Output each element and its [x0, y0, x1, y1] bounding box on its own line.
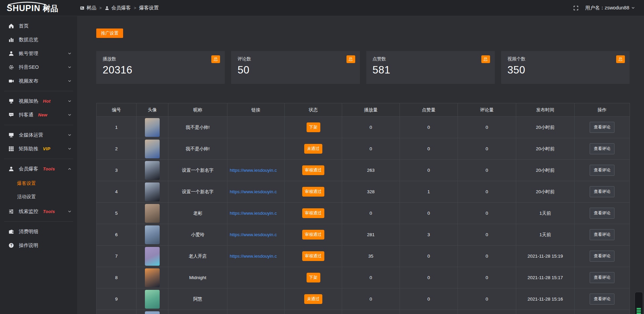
- cell-time: 20小时前: [516, 181, 575, 203]
- cell-id: 3: [97, 160, 137, 181]
- view-comments-button[interactable]: 查看评论: [590, 186, 614, 197]
- cell-nickname: 老彬: [168, 203, 227, 224]
- view-comments-button[interactable]: 查看评论: [590, 251, 614, 262]
- sidebar-item-tag: Hot: [43, 99, 51, 104]
- sidebar-item-label: 线索监控: [19, 208, 38, 215]
- cell-id: 1: [97, 117, 137, 138]
- svg-text:?: ?: [10, 244, 12, 247]
- sidebar-menu: 首页数据总览账号管理抖音SEO视频发布视频加热Hot抖客通New全媒体运营矩阵助…: [0, 19, 77, 252]
- fullscreen-icon[interactable]: [573, 5, 579, 11]
- table-row: 8Midnight下架0002021-11-28 15:17查看评论: [97, 267, 630, 289]
- avatar: [145, 311, 160, 314]
- video-link[interactable]: https://www.iesdouyin.c: [227, 168, 284, 173]
- chevron-down-icon: [67, 79, 72, 83]
- breadcrumb-item[interactable]: 树品: [80, 5, 96, 11]
- table-header-cell: 链接: [227, 103, 285, 117]
- cell-time: 2021-11-28 15:17: [516, 267, 575, 289]
- cell-comments: [458, 310, 516, 314]
- sidebar-item[interactable]: ?操作说明: [0, 239, 77, 252]
- view-comments-button[interactable]: 查看评论: [590, 229, 614, 240]
- brand-logo: SHUPIN 树品: [0, 0, 77, 16]
- sidebar-subitem[interactable]: 活动设置: [0, 190, 77, 203]
- status-badge: 审核通过: [302, 230, 324, 240]
- cell-likes: 0: [400, 267, 458, 289]
- total-badge: 总: [481, 55, 490, 63]
- stat-value: 20316: [103, 64, 218, 76]
- chevron-up-icon: [67, 167, 72, 171]
- cell-action: 查看评论: [575, 203, 630, 224]
- member-icon: [8, 166, 14, 172]
- cell-avatar: [137, 310, 168, 314]
- cell-status: [285, 310, 342, 314]
- cell-action: 查看评论: [575, 289, 630, 310]
- avatar: [145, 161, 160, 180]
- sidebar-item[interactable]: 视频发布: [0, 74, 77, 88]
- total-badge: 总: [211, 55, 220, 63]
- cell-id: 2: [97, 138, 137, 160]
- view-comments-button[interactable]: 查看评论: [590, 143, 614, 154]
- sidebar-item[interactable]: 抖音SEO: [0, 60, 77, 74]
- table-row-partial: [97, 310, 630, 314]
- sidebar-item[interactable]: 线索监控Tools: [0, 205, 77, 218]
- cell-nickname: 阿慧: [168, 289, 227, 310]
- view-comments-button[interactable]: 查看评论: [590, 272, 614, 283]
- sidebar-item-label: 矩阵助推: [19, 146, 38, 152]
- sidebar-item[interactable]: 会员爆客Tools: [0, 162, 77, 176]
- cell-plays: [342, 310, 400, 314]
- view-comments-button[interactable]: 查看评论: [590, 294, 614, 305]
- cell-action: 查看评论: [575, 160, 630, 181]
- breadcrumb-item[interactable]: 会员爆客: [105, 5, 131, 11]
- chevron-down-icon: [631, 6, 635, 10]
- video-link[interactable]: https://www.iesdouyin.c: [227, 254, 284, 259]
- stat-card-comments: 评论数 50 总: [231, 51, 360, 84]
- video-link[interactable]: https://www.iesdouyin.c: [227, 232, 284, 237]
- avatar: [145, 118, 160, 137]
- stat-card-videos: 视频个数 350 总: [501, 51, 630, 84]
- username-dropdown[interactable]: 用户名：zswodun88: [585, 5, 635, 11]
- chat-icon: [8, 112, 14, 118]
- cell-status: 审核通过: [285, 246, 342, 267]
- sidebar-item[interactable]: 账号管理: [0, 47, 77, 60]
- cell-status: 下架: [285, 117, 342, 138]
- video-icon: [8, 78, 14, 84]
- sidebar-item-label: 首页: [19, 23, 29, 29]
- sidebar-subitem[interactable]: 爆客设置: [0, 176, 77, 190]
- cell-action: 查看评论: [575, 181, 630, 203]
- sidebar-item[interactable]: 矩阵助推VIP: [0, 142, 77, 156]
- sidebar-item-label: 视频发布: [19, 78, 38, 84]
- sidebar-divider: [4, 125, 73, 125]
- status-badge: 审核通过: [302, 165, 324, 175]
- person-icon: [105, 6, 109, 10]
- sidebar-item[interactable]: 数据总览: [0, 33, 77, 47]
- breadcrumb-label: 树品: [87, 5, 96, 11]
- video-link[interactable]: https://www.iesdouyin.c: [227, 189, 284, 194]
- cell-avatar: [137, 224, 168, 246]
- cell-action: 查看评论: [575, 117, 630, 138]
- cell-avatar: [137, 181, 168, 203]
- cell-link: https://www.iesdouyin.c: [227, 246, 285, 267]
- sidebar-item[interactable]: 消费明细: [0, 225, 77, 239]
- view-comments-button[interactable]: 查看评论: [590, 165, 614, 176]
- sidebar-item[interactable]: 抖客通New: [0, 108, 77, 122]
- cell-likes: 0: [400, 246, 458, 267]
- cell-avatar: [137, 246, 168, 267]
- sidebar-item-label: 会员爆客: [19, 166, 38, 172]
- cell-id: 7: [97, 246, 137, 267]
- status-badge: 下架: [307, 273, 320, 282]
- sidebar-divider: [4, 221, 73, 222]
- avatar: [145, 204, 160, 223]
- view-comments-button[interactable]: 查看评论: [590, 208, 614, 219]
- cell-time: 2021-11-28 15:19: [516, 246, 575, 267]
- cell-nickname: [168, 310, 227, 314]
- sidebar-item-label: 抖客通: [19, 112, 34, 118]
- video-link[interactable]: https://www.iesdouyin.c: [227, 211, 284, 216]
- cell-avatar: [137, 267, 168, 289]
- cell-comments: 0: [458, 289, 516, 310]
- cell-plays: 263: [342, 160, 400, 181]
- sidebar-item[interactable]: 全媒体运营: [0, 128, 77, 142]
- promo-settings-button[interactable]: 推广设置: [96, 29, 123, 38]
- sidebar-item[interactable]: 视频加热Hot: [0, 94, 77, 108]
- view-comments-button[interactable]: 查看评论: [590, 122, 614, 133]
- sidebar-item[interactable]: 首页: [0, 19, 77, 33]
- cell-comments: 0: [458, 224, 516, 246]
